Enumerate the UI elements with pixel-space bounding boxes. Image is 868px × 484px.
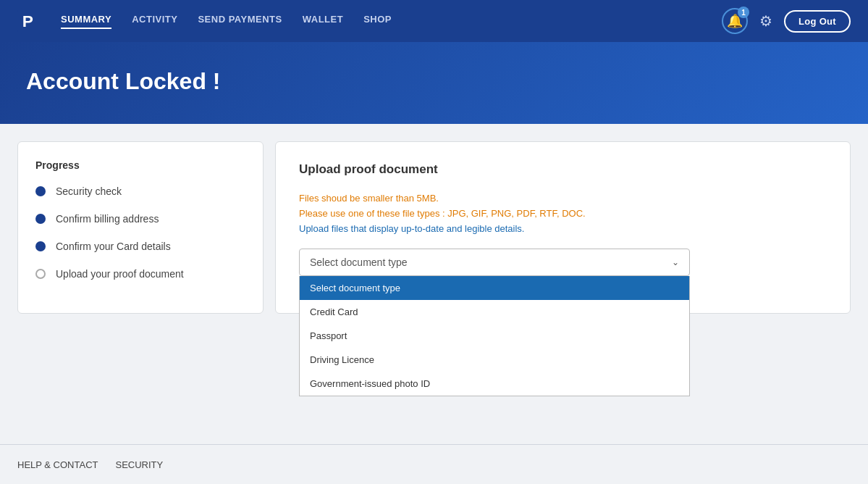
chevron-down-icon: ⌄ [672, 257, 679, 267]
footer-help-contact[interactable]: HELP & CONTACT [17, 459, 98, 470]
dropdown-option-passport[interactable]: Passport [300, 324, 689, 348]
hero-banner: Account Locked ! [0, 42, 868, 124]
footer: HELP & CONTACT SECURITY [0, 444, 868, 484]
nav-activity[interactable]: ACTIVITY [132, 14, 177, 29]
progress-dot-security [35, 186, 46, 196]
progress-item-security: Security check [35, 185, 245, 197]
nav-links: SUMMARY ACTIVITY SEND PAYMENTS WALLET SH… [61, 14, 722, 29]
nav-wallet[interactable]: WALLET [303, 14, 343, 29]
dropdown-selected-label: Select document type [310, 256, 408, 268]
progress-dot-billing [35, 214, 46, 224]
document-type-dropdown[interactable]: Select document type ⌄ Select document t… [299, 249, 690, 276]
paypal-logo: P [17, 8, 43, 34]
dropdown-option-default[interactable]: Select document type [300, 276, 689, 300]
logout-button[interactable]: Log Out [784, 10, 851, 33]
nav-summary[interactable]: SUMMARY [61, 14, 111, 29]
file-info-types: Please use one of these file types : JPG… [299, 208, 827, 219]
dropdown-select-trigger[interactable]: Select document type ⌄ [299, 249, 690, 276]
nav-send-payments[interactable]: SEND PAYMENTS [198, 14, 282, 29]
settings-icon[interactable]: ⚙ [759, 12, 772, 30]
dropdown-option-gov-id[interactable]: Government-issued photo ID [300, 372, 689, 396]
notification-badge: 1 [738, 7, 749, 18]
footer-security[interactable]: SECURITY [115, 459, 163, 470]
progress-label-security: Security check [56, 185, 122, 197]
nav-right-actions: 🔔 1 ⚙ Log Out [722, 8, 851, 34]
dropdown-list: Select document type Credit Card Passpor… [299, 276, 690, 396]
progress-dot-proof [35, 269, 46, 279]
progress-dot-card [35, 241, 46, 251]
nav-shop[interactable]: SHOP [363, 14, 392, 29]
file-info-size: Files shoud be smaller than 5MB. [299, 193, 827, 204]
dropdown-option-driving-licence[interactable]: Driving Licence [300, 348, 689, 372]
progress-label-card: Confirm your Card details [56, 241, 171, 252]
progress-label-billing: Confirm billing address [56, 213, 159, 225]
notification-bell[interactable]: 🔔 1 [722, 8, 748, 34]
svg-text:P: P [22, 12, 33, 30]
progress-item-proof: Upload your proof document [35, 268, 245, 280]
dropdown-option-credit-card[interactable]: Credit Card [300, 300, 689, 324]
progress-title: Progress [35, 159, 245, 171]
progress-card: Progress Security check Confirm billing … [17, 141, 264, 314]
file-info-legible: Upload files that display up-to-date and… [299, 223, 827, 234]
progress-label-proof: Upload your proof document [56, 268, 184, 280]
main-content: Progress Security check Confirm billing … [0, 124, 868, 314]
hero-title: Account Locked ! [26, 68, 842, 95]
progress-item-card: Confirm your Card details [35, 241, 245, 252]
navbar: P SUMMARY ACTIVITY SEND PAYMENTS WALLET … [0, 0, 868, 42]
upload-title: Upload proof document [299, 162, 827, 177]
progress-item-billing: Confirm billing address [35, 213, 245, 225]
upload-card: Upload proof document Files shoud be sma… [275, 141, 851, 314]
